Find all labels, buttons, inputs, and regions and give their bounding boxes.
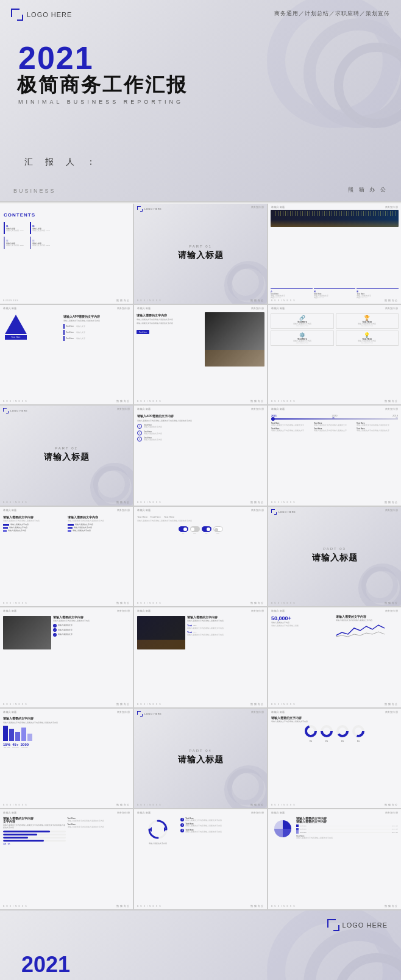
ms-br: 熊 猫 办 公 (385, 703, 398, 706)
ms-br: 熊 猫 办 公 (385, 804, 398, 806)
cover-slide: LOGO HERE 商务通用／计划总结／求职应聘／策划宣传 2021 极简商务工… (0, 0, 401, 201)
cover-bottom-right: 熊 猫 办 公 (348, 186, 388, 194)
image-side (205, 312, 264, 367)
slide-part03[interactable]: LOGO HERE 商务宣传册 PART 03 请输入标题 B U S I N … (268, 507, 401, 607)
ms-br: 熊 猫 办 公 (385, 400, 398, 402)
ms-br: 熊 猫 办 公 (250, 703, 264, 706)
slide-06[interactable]: 请输入标题 商务宣传册 🔗 Text Here 请输入需要的文字内容 请输入需要… (268, 305, 401, 405)
ty-title: THANK YOU (17, 976, 216, 981)
line-chart-svg (336, 623, 385, 638)
ms-tr: 商务宣传册 (117, 812, 130, 814)
slide-part01[interactable]: LOGO HERE 商务宣传册 PART 01 请输入标题 B U S I N … (134, 204, 267, 304)
ms-br: 熊 猫 办 公 (385, 602, 398, 604)
ms-bl: B U S I N E S S (137, 804, 161, 806)
ms-title: 请输入标题 (271, 811, 285, 814)
ms-br: 熊 猫 办 公 (385, 501, 398, 504)
ms-br: 熊 猫 办 公 (116, 602, 130, 604)
slide-part04[interactable]: LOGO HERE 商务宣传册 PART 04 请输入标题 B U S I N … (134, 709, 267, 809)
ms-tr: 商务宣传册 (385, 711, 399, 714)
ms-tr: 商务宣传册 (385, 408, 399, 410)
ms-tr: 商务宣传册 (251, 307, 264, 310)
text-cols: 介 Text Here 请输入需要的文字 内容Enter Text 绍 Text… (271, 288, 399, 299)
ms-title: 请输入标题 (137, 811, 151, 814)
bar-stat-area: 请输入需要的文字内容 请输入需要的文字内容请输入需要的文字内容请输入需要的文字内… (3, 717, 130, 748)
part04-content: PART 04 请输入标题 (178, 749, 224, 765)
part01-content: PART 01 请输入标题 (178, 245, 224, 261)
ms-br: 熊 猫 办 公 (385, 905, 398, 907)
slide-13[interactable]: 请输入标题 商务宣传册 请输入需要的文字内容 请输入需要的文字内容请输入需要的文… (0, 607, 133, 707)
slide-21[interactable]: 请输入标题 商务宣传册 请输入需要的文字内容请输入需要的文字内容 Text (268, 809, 401, 909)
slide-15[interactable]: 请输入标题 商务宣传册 50,000+ 请输入需要的文字内容 请输入需要的文字内… (268, 607, 401, 707)
slide-part02[interactable]: LOGO HERE 商务宣传册 PART 02 请输入标题 B U S I N … (0, 406, 133, 506)
ms-bl: B U S I N E S S (137, 905, 161, 907)
ms-title: 请输入标题 (3, 609, 17, 612)
slide-16[interactable]: 请输入标题 商务宣传册 请输入需要的文字内容 请输入需要的文字内容请输入需要的文… (0, 709, 133, 809)
slide-bottom-right: 熊 猫 办 公 (116, 299, 130, 302)
ms-bl: B U S I N E S S (271, 703, 296, 706)
icons-grid: 🔗 Text Here 请输入需要的文字内容 请输入需要的文字内容 🏆 Text… (271, 313, 399, 346)
ms-bl: B U S I N E S S (137, 400, 161, 402)
ms-logo: LOGO HERE (3, 408, 27, 413)
slide-20[interactable]: 请输入标题 商务宣传册 请输入需要的文字内容 (134, 809, 267, 909)
slide-03[interactable]: 请输入标题 商务宣传册 介 Text Here 请输入需要的文字 内容Enter… (268, 204, 401, 304)
ms-bl: B U S I N E S S (3, 602, 27, 604)
cover-title: 极简商务工作汇报 (17, 72, 188, 99)
ms-br: 熊 猫 办 公 (116, 703, 130, 706)
ms-tr: 商务宣传册 (385, 307, 399, 310)
ms-bl: B U S I N E S S (137, 501, 161, 504)
ty-year: 2021 (21, 952, 70, 978)
slide-04[interactable]: 请输入标题 商务宣传册 Text Here 请输入APP需要的文字内容 请输入需… (0, 305, 133, 405)
slide-10[interactable]: 请输入标题 商务宣传册 请输入需要的文字内容 请输入需要的文字内容请输入需要的文… (0, 507, 133, 607)
ms-tr: 商务宣传册 (251, 610, 264, 612)
ms-bl: B U S I N E S S (3, 400, 27, 402)
contents-title: CONTENTS (4, 212, 35, 218)
slide-11[interactable]: 请输入标题 商务宣传册 Text Here Text Here Text Her… (134, 507, 267, 607)
ms-title: 请输入标题 (3, 307, 17, 310)
thankyou-slide: LOGO HERE 2021 THANK YOU 汇 报 人 ： (0, 910, 401, 981)
ms-br: 熊 猫 办 公 (250, 905, 264, 907)
ms-bl: B U S I N E S S (3, 905, 27, 907)
ms-tr: 商务宣传册 (251, 812, 264, 814)
divider-1 (0, 201, 401, 202)
cycle-area: 请输入需要的文字内容 1 Text Here 请输入需要的文字内容请输入需要的文… (137, 817, 264, 845)
slide-contents[interactable]: CONTENTS 01 请输入标题 请输入文字内容 / Enter 04 请输入… (0, 204, 133, 304)
ms-title: 请输入标题 (3, 509, 17, 512)
ms-tr: 商务宣传册 (117, 509, 130, 512)
ms-bl: B U S I N E S S (137, 602, 161, 604)
ms-title: 请输入标题 (271, 307, 285, 310)
ms-bl: B U S I N E S S (137, 299, 161, 302)
slide-18[interactable]: 请输入标题 商务宣传册 请输入需要的文字内容 请输入需要的文字内容请输入需要的文… (268, 709, 401, 809)
slide-08[interactable]: 请输入标题 商务宣传册 请输入APP需要的文字内容 请输入需要的文字内容请输入需… (134, 406, 267, 506)
ms-bl: B U S I N E S S (271, 905, 296, 907)
slide-05[interactable]: 请输入标题 商务宣传册 请输入需要的文字内容 请输入需要的文字内容请输入需要的文… (134, 305, 267, 405)
ms-tr: 商务宣传册 (385, 812, 399, 814)
ms-br: 熊 猫 办 公 (116, 804, 130, 806)
cover-reporter: 汇 报 人 ： (24, 157, 100, 168)
ms-br: 熊 猫 办 公 (116, 400, 130, 402)
ms-bl: B U S I N E S S (271, 299, 296, 302)
slide-09[interactable]: 请输入标题 商务宣传册 2021 2020 2019 Text Here 请输入… (268, 406, 401, 506)
ms-br: 熊 猫 办 公 (250, 501, 264, 504)
ms-bl: B U S I N E S S (271, 501, 296, 504)
img-text2-area: 请输入需要的文字内容 请输入需要的文字内容请输入需要的文字内容 Text Her… (137, 616, 264, 649)
ms-br: 熊 猫 办 公 (385, 299, 398, 302)
ms-logo-label: LOGO HERE (144, 712, 161, 715)
cover-bottom-left: BUSINESS (13, 188, 56, 194)
stat-chart-area: 50,000+ 请输入需要的文字内容 请输入需要的文字内容请输入需要 请输入需要… (271, 615, 398, 641)
ms-bl: B U S I N E S S (137, 703, 161, 706)
ms-logo-label: LOGO HERE (10, 409, 27, 412)
ms-tr: 商务宣传册 (117, 307, 130, 310)
toggles-area: Text Here Text Here Text Here 请输入需要的文字内容… (137, 515, 264, 537)
part02-content: PART 02 请输入标题 (44, 446, 90, 463)
ms-tr: 商务宣传册 (385, 509, 399, 512)
cover-year: 2021 (18, 40, 94, 76)
ms-bl: B U S I N E S S (3, 804, 27, 806)
text-list-area: 请输入APP需要的文字内容 请输入需要的文字内容请输入需要的文字内容 Text … (63, 315, 130, 342)
ms-title: 请输入标题 (137, 407, 151, 410)
image-area (271, 210, 399, 227)
ms-bl: B U S I N E S S (271, 602, 296, 604)
slide-14[interactable]: 请输入标题 商务宣传册 请输入需要的文字内容 请输入需要的文字内容请输入需要的文… (134, 607, 267, 707)
contents-items: 01 请输入标题 请输入文字内容 / Enter 04 请输入标题 请输入文字内… (4, 221, 129, 249)
slide-19[interactable]: 请输入标题 商务宣传册 请输入需要的文字内容文字内容 请输入需要的文字内容请输入… (0, 809, 133, 909)
slide-bottom-left: BUSINESS (3, 299, 19, 302)
